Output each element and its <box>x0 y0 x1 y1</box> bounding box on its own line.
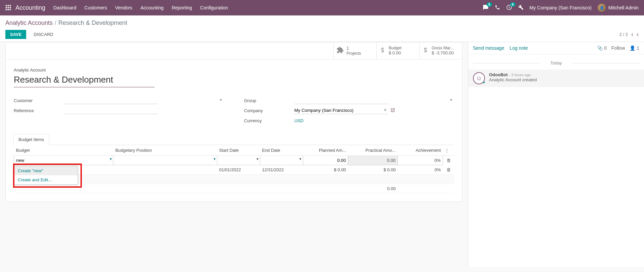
odoobot-avatar: ☺♥ <box>473 72 485 84</box>
company-selector[interactable]: My Company (San Francisco) <box>530 5 592 10</box>
control-panel: Analytic Accounts / Research & Developme… <box>0 15 644 42</box>
follow-button[interactable]: Follow <box>611 45 625 51</box>
breadcrumb-parent[interactable]: Analytic Accounts <box>5 19 53 27</box>
optional-columns-icon[interactable]: ⋮ <box>443 145 454 156</box>
send-message-button[interactable]: Send message <box>473 45 504 51</box>
paperclip-icon: 📎 <box>597 45 603 51</box>
attachments-button[interactable]: 📎 0 <box>597 45 607 51</box>
stat-button-box: 1 Projects Budget $ 0.00 <box>6 42 462 59</box>
menu-dashboard[interactable]: Dashboard <box>53 5 76 10</box>
currency-value[interactable]: USD <box>294 118 304 123</box>
col-budget[interactable]: Budget <box>14 145 113 156</box>
table-row-editing: ▼ Create "new" Create and Edit... ▼ ▼ <box>14 156 454 165</box>
dollar-icon <box>379 47 386 55</box>
svg-rect-0 <box>6 5 7 6</box>
customer-input[interactable] <box>64 97 158 104</box>
budget-input[interactable] <box>14 156 113 165</box>
total-row: 0.00 <box>14 184 454 193</box>
form-view: 1 Projects Budget $ 0.00 <box>0 42 468 267</box>
user-menu[interactable]: 👤 Mitchell Admin <box>598 4 639 12</box>
chatter-message: ☺♥ OdooBot- 3 hours ago Analytic Account… <box>468 70 644 87</box>
discard-button[interactable]: DISCARD <box>29 30 58 39</box>
dropdown-create-edit[interactable]: Create and Edit... <box>14 175 77 184</box>
stat-projects[interactable]: 1 Projects <box>333 42 376 59</box>
total-practical: 0.00 <box>348 184 398 193</box>
user-avatar: 👤 <box>598 4 606 12</box>
svg-rect-1 <box>8 5 9 6</box>
save-button[interactable]: SAVE <box>5 30 26 39</box>
col-start-date[interactable]: Start Date <box>217 145 260 156</box>
svg-rect-6 <box>6 9 7 10</box>
start-date-cell: 01/01/2022 <box>217 165 260 175</box>
brand[interactable]: Accounting <box>15 4 45 11</box>
trash-icon[interactable]: 🗑 <box>446 167 451 172</box>
col-practical-amount[interactable]: Practical Amo... <box>348 145 398 156</box>
svg-rect-4 <box>8 7 9 8</box>
pager-prev-icon[interactable]: ‹ <box>631 31 633 38</box>
dollar-icon <box>422 47 429 55</box>
planned-amount-cell: $ 0.00 <box>303 165 348 175</box>
menu-configuration[interactable]: Configuration <box>200 5 228 10</box>
budget-items-table: Budget Budgetary Position Start Date End… <box>14 145 454 193</box>
menu-reporting[interactable]: Reporting <box>172 5 192 10</box>
svg-rect-8 <box>10 9 11 10</box>
col-planned-amount[interactable]: Planned Am... <box>303 145 348 156</box>
chevron-down-icon: ▼ <box>256 157 259 161</box>
col-budgetary-position[interactable]: Budgetary Position <box>113 145 217 156</box>
menu-customers[interactable]: Customers <box>85 5 107 10</box>
apps-icon[interactable] <box>5 5 11 11</box>
currency-label: Currency <box>244 118 294 123</box>
start-date-input[interactable] <box>217 156 260 165</box>
stat-projects-label: Projects <box>346 51 361 56</box>
reference-input[interactable] <box>64 107 158 114</box>
group-input[interactable] <box>294 97 388 104</box>
menu-accounting[interactable]: Accounting <box>141 5 164 10</box>
company-input[interactable] <box>294 107 388 114</box>
breadcrumb: Analytic Accounts / Research & Developme… <box>5 19 639 27</box>
col-achievement[interactable]: Achievement <box>398 145 443 156</box>
achievement-cell: 0% <box>398 156 443 165</box>
chevron-down-icon: ▼ <box>299 157 302 161</box>
messaging-icon[interactable]: 5 <box>483 4 489 11</box>
achievement-cell: 0% <box>398 165 443 175</box>
group-label: Group <box>244 98 294 103</box>
dropdown-create-new[interactable]: Create "new" <box>14 166 77 175</box>
external-link-icon[interactable] <box>390 108 395 114</box>
svg-rect-5 <box>10 7 11 8</box>
budgetary-position-input[interactable] <box>113 156 217 165</box>
chatter-panel: Send message Log note 📎 0 Follow 👤 1 Tod… <box>468 42 644 267</box>
chevron-down-icon: ▼ <box>219 98 223 102</box>
table-row[interactable]: 01/01/2022 12/31/2022 $ 0.00 $ 0.00 0% 🗑 <box>14 165 454 175</box>
activities-icon[interactable]: 6 <box>506 4 512 11</box>
planned-amount-input[interactable] <box>303 156 348 165</box>
svg-rect-2 <box>10 5 11 6</box>
person-icon: 👤 <box>630 45 635 51</box>
stat-budget-label: Budget <box>389 46 401 50</box>
debug-icon[interactable] <box>518 5 524 11</box>
col-end-date[interactable]: End Date <box>260 145 303 156</box>
followers-count[interactable]: 👤 1 <box>630 45 639 51</box>
chevron-down-icon: ▼ <box>109 157 112 161</box>
menu-vendors[interactable]: Vendors <box>115 5 132 10</box>
messaging-badge: 5 <box>487 2 492 7</box>
title-label: Analytic Account <box>14 67 454 73</box>
end-date-input[interactable] <box>260 156 303 165</box>
trash-icon[interactable]: 🗑 <box>446 158 451 163</box>
add-line-row[interactable] <box>14 175 454 184</box>
chevron-down-icon: ▼ <box>449 98 453 102</box>
practical-amount-cell: 0.00 <box>348 156 397 165</box>
stat-budget-value: $ 0.00 <box>389 50 401 56</box>
analytic-account-name-input[interactable] <box>14 74 155 87</box>
log-note-button[interactable]: Log note <box>509 45 528 51</box>
stat-gross-label: Gross Mar... <box>432 46 454 50</box>
svg-rect-7 <box>8 9 9 10</box>
phone-icon[interactable] <box>495 5 500 11</box>
stat-gross-margin[interactable]: Gross Mar... $ -3,700.00 <box>419 42 462 59</box>
tab-budget-items[interactable]: Budget Items <box>13 134 49 145</box>
pager-next-icon[interactable]: › <box>637 31 639 38</box>
stat-budget[interactable]: Budget $ 0.00 <box>376 42 419 59</box>
breadcrumb-current: Research & Development <box>58 19 127 27</box>
chevron-down-icon: ▼ <box>213 157 216 161</box>
activities-badge: 6 <box>510 2 516 7</box>
svg-rect-3 <box>6 7 7 8</box>
